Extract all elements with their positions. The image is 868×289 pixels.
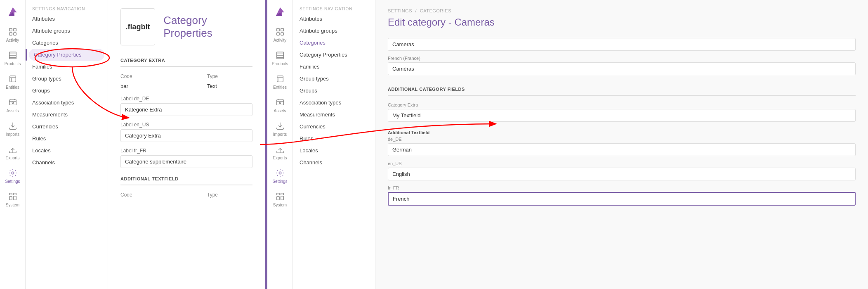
additional-textfield-label: Additional Textfield — [388, 130, 856, 135]
category-extra-label: Category Extra — [388, 102, 856, 107]
right-nav-group-types[interactable]: Group types — [293, 73, 375, 85]
nav-imports[interactable]: Imports — [0, 117, 26, 141]
right-nav-association-types[interactable]: Association types — [293, 97, 375, 109]
svg-rect-24 — [276, 197, 279, 200]
right-nav-families[interactable]: Families — [293, 61, 375, 73]
right-nav-locales[interactable]: Locales — [293, 144, 375, 156]
nav-measurements[interactable]: Measurements — [26, 109, 108, 121]
right-nav-entities[interactable]: Entities — [267, 70, 293, 94]
right-nav-assets[interactable]: Assets — [267, 94, 293, 117]
additional-category-fields-section: ADDITIONAL CATEGORY FIELDS — [388, 87, 856, 96]
svg-point-7 — [12, 102, 14, 104]
nav-assets-label: Assets — [6, 109, 19, 113]
right-sidebar: Activity Products Entities — [267, 0, 293, 289]
breadcrumb-settings: SETTINGS — [388, 8, 412, 13]
de-input[interactable] — [388, 143, 856, 156]
nav-association-types[interactable]: Association types — [26, 97, 108, 109]
nav-channels[interactable]: Channels — [26, 156, 108, 168]
nav-entities[interactable]: Entities — [0, 70, 26, 94]
nav-system[interactable]: System — [0, 188, 26, 211]
svg-point-21 — [279, 172, 281, 174]
en-label: en_US — [388, 161, 856, 166]
nav-group-types[interactable]: Group types — [26, 73, 108, 85]
label-en-label: Label en_US — [120, 122, 252, 128]
svg-rect-12 — [13, 196, 16, 200]
de-label: de_DE — [388, 137, 856, 142]
right-nav-imports-label: Imports — [273, 132, 287, 137]
nav-imports-label: Imports — [6, 132, 19, 137]
label-de-row: Label de_DE — [120, 96, 252, 116]
svg-rect-11 — [9, 197, 12, 200]
right-nav-system[interactable]: System — [267, 188, 293, 211]
cameras-input[interactable] — [388, 38, 856, 51]
nav-exports[interactable]: Exports — [0, 141, 26, 164]
right-nav-imports[interactable]: Imports — [267, 117, 293, 141]
category-extra-section: CATEGORY EXTRA — [120, 58, 252, 67]
svg-rect-23 — [281, 193, 283, 195]
right-nav-entities-label: Entities — [273, 85, 287, 90]
label-de-label: Label de_DE — [120, 96, 252, 102]
svg-rect-1 — [13, 28, 16, 31]
right-nav-exports[interactable]: Exports — [267, 141, 293, 164]
left-main-content: .flagbit Category Properties CATEGORY EX… — [108, 0, 265, 289]
right-nav-attribute-groups[interactable]: Attribute groups — [293, 25, 375, 37]
nav-rules[interactable]: Rules — [26, 133, 108, 144]
label-de-input[interactable] — [120, 103, 252, 116]
right-nav-currencies[interactable]: Currencies — [293, 121, 375, 133]
right-nav-activity[interactable]: Activity — [267, 23, 293, 47]
right-nav-settings[interactable]: Settings — [267, 164, 293, 188]
nav-attribute-groups[interactable]: Attribute groups — [26, 25, 108, 37]
right-main-content: SETTINGS / CATEGORIES Edit category - Ca… — [375, 0, 868, 289]
nav-families[interactable]: Families — [26, 61, 108, 73]
left-settings-nav: SETTINGS NAVIGATION Attributes Attribute… — [26, 0, 108, 289]
svg-rect-22 — [276, 193, 279, 195]
nav-assets[interactable]: Assets — [0, 94, 26, 117]
add-col-code: Code — [120, 192, 203, 198]
brand-logo: .flagbit — [120, 8, 155, 45]
nav-products-label: Products — [5, 62, 21, 66]
right-nav-channels[interactable]: Channels — [293, 156, 375, 168]
right-nav-attributes[interactable]: Attributes — [293, 13, 375, 25]
right-nav-groups[interactable]: Groups — [293, 85, 375, 97]
svg-rect-6 — [9, 100, 16, 105]
right-logo-icon[interactable] — [273, 4, 288, 19]
code-value: bar — [120, 83, 203, 89]
nav-groups[interactable]: Groups — [26, 85, 108, 97]
right-nav-rules[interactable]: Rules — [293, 133, 375, 144]
category-extra-input[interactable] — [388, 109, 856, 122]
right-nav-categories[interactable]: Categories — [293, 37, 375, 49]
svg-rect-18 — [277, 76, 283, 82]
svg-rect-13 — [276, 28, 279, 31]
label-fr-input[interactable] — [120, 155, 252, 168]
fr-input[interactable] — [388, 192, 856, 206]
logo-icon[interactable] — [5, 4, 20, 19]
additional-section: ADDITIONAL TEXTFIELD — [120, 176, 252, 185]
svg-rect-15 — [276, 33, 279, 35]
svg-rect-10 — [13, 193, 16, 195]
nav-activity[interactable]: Activity — [0, 23, 26, 47]
nav-category-properties[interactable]: Category Properties — [29, 49, 104, 61]
svg-rect-3 — [13, 33, 16, 35]
label-en-input[interactable] — [120, 129, 252, 142]
en-input[interactable] — [388, 168, 856, 180]
nav-products[interactable]: Products — [0, 47, 26, 70]
type-value: Text — [207, 83, 265, 89]
right-nav-products[interactable]: Products — [267, 47, 293, 70]
right-nav-category-properties[interactable]: Category Properties — [293, 49, 375, 61]
nav-attributes[interactable]: Attributes — [26, 13, 108, 25]
left-nav-label: SETTINGS NAVIGATION — [26, 3, 108, 13]
french-france-input[interactable] — [388, 62, 856, 75]
nav-currencies[interactable]: Currencies — [26, 121, 108, 133]
svg-point-20 — [279, 102, 281, 104]
nav-exports-label: Exports — [6, 156, 20, 160]
additional-table-header: Code Type Localizable — [120, 192, 252, 198]
nav-settings-label: Settings — [5, 179, 20, 184]
svg-rect-25 — [281, 196, 283, 200]
nav-locales[interactable]: Locales — [26, 144, 108, 156]
right-nav-measurements[interactable]: Measurements — [293, 109, 375, 121]
nav-settings[interactable]: Settings — [0, 164, 26, 188]
page-header: .flagbit Category Properties — [120, 8, 252, 45]
right-nav-system-label: System — [273, 203, 287, 207]
label-fr-label: Label fr_FR — [120, 148, 252, 154]
nav-categories[interactable]: Categories — [26, 37, 108, 49]
